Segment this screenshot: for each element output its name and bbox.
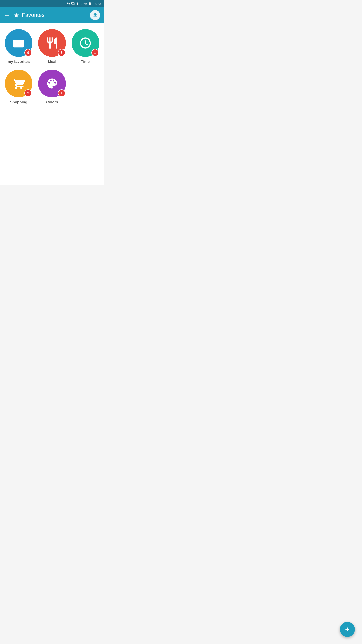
label-shopping: Shopping [10, 100, 27, 104]
circle-container-shopping: 2 [5, 70, 32, 97]
label-time: Time [81, 59, 90, 64]
badge-colors: 1 [58, 89, 65, 97]
status-bar: 34% 18:33 [0, 0, 104, 7]
palette-icon [46, 77, 59, 90]
category-item-shopping[interactable]: 2 Shopping [4, 70, 33, 104]
mute-icon [67, 2, 70, 5]
label-meal: Meal [48, 59, 56, 64]
category-item-meal[interactable]: 3 Meal [37, 29, 67, 64]
label-colors: Colors [46, 100, 58, 104]
category-item-my-favorites[interactable]: 9 my favorites [4, 29, 33, 64]
circle-container-time: 1 [72, 29, 99, 57]
badge-shopping: 2 [24, 89, 32, 97]
battery-icon [88, 2, 92, 5]
page-title: Favorites [22, 12, 90, 18]
back-button[interactable]: ← [4, 12, 10, 19]
clock-icon [79, 36, 92, 50]
main-content: 9 my favorites 3 Meal [0, 23, 104, 185]
cast-icon [71, 2, 75, 5]
badge-meal: 3 [58, 49, 65, 56]
battery-text: 34% [81, 2, 87, 6]
download-icon [92, 12, 98, 18]
circle-container-meal: 3 [38, 29, 66, 57]
badge-my-favorites: 9 [24, 49, 32, 56]
category-grid-row2: 2 Shopping 1 Colors [4, 70, 100, 104]
category-item-time[interactable]: 1 Time [71, 29, 100, 64]
download-button[interactable] [90, 10, 100, 20]
badge-time: 1 [91, 49, 99, 56]
utensils-icon [46, 36, 59, 50]
cart-icon [12, 77, 25, 90]
app-bar: ← ★ Favorites [0, 7, 104, 23]
folder-star-icon [12, 36, 25, 50]
label-my-favorites: my favorites [8, 59, 30, 64]
status-icons: 34% 18:33 [67, 2, 101, 6]
circle-container-colors: 1 [38, 70, 66, 97]
time-text: 18:33 [93, 2, 101, 6]
category-item-colors[interactable]: 1 Colors [37, 70, 67, 104]
star-icon: ★ [13, 11, 19, 19]
signal-icon [76, 2, 80, 5]
category-grid-row1: 9 my favorites 3 Meal [4, 29, 100, 64]
circle-container-my-favorites: 9 [5, 29, 32, 57]
